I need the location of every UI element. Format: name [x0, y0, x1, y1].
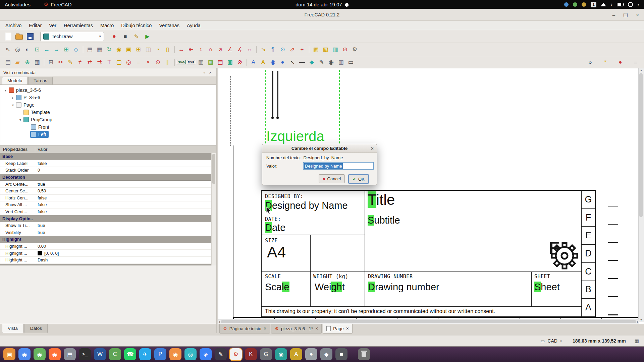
close-button[interactable]: ×: [636, 12, 639, 18]
designed-by-field[interactable]: Designed by Name: [265, 200, 348, 211]
menu-ventanas[interactable]: Ventanas: [155, 23, 183, 28]
dock-gimp[interactable]: G: [260, 348, 272, 360]
view-label[interactable]: Izquierda: [266, 128, 324, 144]
landmark-dim-icon[interactable]: +: [297, 45, 307, 54]
dim-horizontal-icon[interactable]: ⇤: [186, 45, 196, 54]
menu-editar[interactable]: Editar: [25, 23, 45, 28]
vertex-dot[interactable]: [276, 117, 279, 119]
property-value[interactable]: Dash: [35, 257, 216, 263]
redraw-page-icon[interactable]: ↻: [104, 45, 114, 54]
menu-ayuda[interactable]: Ayuda: [183, 23, 204, 28]
insert-view-icon[interactable]: ◉: [114, 45, 124, 54]
system-menu-chevron-icon[interactable]: ▾: [637, 2, 639, 7]
tab-modelo[interactable]: Modelo: [2, 77, 28, 84]
dim-length-icon[interactable]: ↔: [176, 45, 186, 54]
vertical-scrollbar[interactable]: ▴ ▾: [638, 68, 644, 322]
duplicate-page-icon[interactable]: ⊞: [46, 57, 56, 67]
property-value[interactable]: 0,50: [35, 188, 216, 194]
tree-item-pieza-3-5-6[interactable]: ▾ pieza_3-5-6: [0, 86, 216, 94]
window-titlebar[interactable]: FreeCAD 0.21.2 – ▢ ×: [0, 9, 644, 21]
dim-3point-angle-icon[interactable]: ∡: [235, 45, 245, 54]
toggle-keep-icon[interactable]: ▭: [346, 57, 356, 67]
tab-tareas[interactable]: Tareas: [28, 77, 53, 84]
stop-operation-icon[interactable]: ●: [615, 57, 625, 67]
balloon-icon[interactable]: ⊙: [278, 45, 287, 54]
property-value[interactable]: true: [35, 229, 216, 236]
page-redline-icon[interactable]: ▤: [215, 57, 225, 67]
select-area-icon[interactable]: ▢: [114, 57, 124, 67]
axo-length-dim-icon[interactable]: ⇗: [287, 45, 297, 54]
open-file-button[interactable]: [14, 32, 24, 41]
menu-dibujo-tecnico[interactable]: Dibujo técnico: [117, 23, 155, 28]
weight-field[interactable]: Weight: [315, 282, 345, 293]
draw-style-icon[interactable]: ◐: [22, 45, 32, 54]
hatch-region-icon[interactable]: ▨: [311, 45, 321, 54]
tab-datos[interactable]: Datos: [24, 324, 48, 333]
menu-herramientas[interactable]: Herramientas: [60, 23, 97, 28]
part-edge-line[interactable]: [272, 71, 273, 118]
tree-expander[interactable]: ▾: [18, 118, 23, 122]
toolbar-menu-icon[interactable]: ≡: [631, 57, 640, 67]
record-macro-button[interactable]: ●: [109, 32, 119, 41]
menu-macro[interactable]: Macro: [97, 23, 117, 28]
dock-app-3[interactable]: ■: [335, 348, 347, 360]
property-value[interactable]: true: [35, 222, 216, 229]
tree-item-p-3-5-6[interactable]: ▸ P_3-5-6: [0, 94, 216, 101]
power-icon[interactable]: [628, 2, 633, 7]
panel-close-button[interactable]: ×: [207, 70, 213, 75]
insert-text-icon[interactable]: T: [104, 57, 114, 67]
dock-firefox[interactable]: ◉: [49, 348, 61, 360]
active-view-icon[interactable]: ▣: [124, 45, 133, 54]
export-svg-icon[interactable]: SVG: [176, 57, 186, 67]
tree-item-projgroup[interactable]: ▾ ProjGroup: [0, 116, 216, 123]
projection-group-icon[interactable]: ⊞: [133, 45, 143, 54]
dock-kicad[interactable]: K: [245, 348, 257, 360]
vertex-dot[interactable]: [271, 117, 274, 119]
dock-libreoffice-writer[interactable]: W: [94, 348, 106, 360]
value-input[interactable]: Designed by Name: [303, 162, 374, 170]
tree-item-page[interactable]: ▾ Page: [0, 101, 216, 109]
volume-icon[interactable]: ♪: [610, 2, 613, 7]
zoom-region-icon[interactable]: ◎: [13, 45, 22, 54]
new-page-default-icon[interactable]: ▤: [85, 45, 95, 54]
dock-text-editor[interactable]: ✎: [215, 348, 227, 360]
trash-icon[interactable]: [358, 348, 370, 360]
property-value[interactable]: false: [35, 208, 216, 215]
toggle-frames-icon[interactable]: ⊘: [340, 45, 350, 54]
focused-app-indicator[interactable]: ⚙ FreeCAD: [44, 1, 72, 7]
keyboard-layout-indicator[interactable]: 1: [591, 2, 596, 7]
property-value[interactable]: true: [35, 181, 216, 187]
dock-whatsapp[interactable]: ☎: [124, 348, 136, 360]
property-value[interactable]: false: [35, 160, 216, 167]
fit-selection-icon[interactable]: ⊞: [61, 45, 71, 54]
nav-style-selector[interactable]: CAD: [547, 338, 557, 344]
line-tool-icon[interactable]: —: [297, 57, 307, 67]
section-view-icon[interactable]: ◫: [143, 45, 153, 54]
dock-browser[interactable]: ◈: [200, 348, 212, 360]
image-icon[interactable]: ▣: [225, 57, 235, 67]
tree-item-left[interactable]: Left: [0, 131, 216, 138]
dock-pycharm[interactable]: P: [154, 348, 166, 360]
sheet-field[interactable]: Sheet: [534, 282, 560, 293]
dock-file-manager[interactable]: ▤: [64, 348, 76, 360]
apply-hatch-icon[interactable]: ▩: [206, 57, 215, 67]
dock-libreoffice-calc[interactable]: C: [109, 348, 121, 360]
dock-firefox-beta[interactable]: ◉: [169, 348, 181, 360]
remove-decoration-icon[interactable]: ×: [143, 57, 153, 67]
property-value[interactable]: [0, 0, 0]: [35, 250, 216, 256]
subtitle-field[interactable]: Subtitle: [368, 215, 400, 226]
date-field[interactable]: Date: [265, 222, 285, 233]
part-edge-line[interactable]: [277, 71, 278, 118]
execute-macro-button[interactable]: ▶: [143, 32, 152, 41]
scroll-down-icon[interactable]: ▾: [639, 318, 644, 321]
menu-archivo[interactable]: Archivo: [2, 23, 25, 28]
nav-forward-icon[interactable]: →: [52, 45, 61, 54]
export-page-icon[interactable]: ⊕: [22, 57, 32, 67]
dim-radius-icon[interactable]: ∩: [206, 45, 215, 54]
insert-image-icon[interactable]: ▥: [330, 45, 340, 54]
cut-icon[interactable]: ✂: [56, 57, 65, 67]
tree-item-template[interactable]: Template: [0, 109, 216, 116]
activities-button[interactable]: Actividades: [0, 2, 35, 7]
ok-button[interactable]: ✓ OK: [348, 174, 369, 184]
menu-ver[interactable]: Ver: [45, 23, 60, 28]
